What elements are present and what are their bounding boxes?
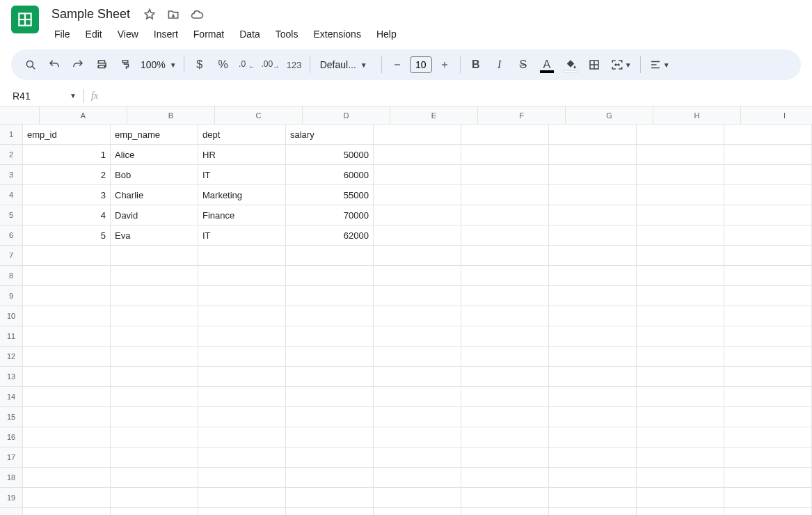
doc-title[interactable]: Sample Sheet <box>47 6 134 23</box>
paint-format-icon[interactable] <box>114 54 136 76</box>
cell-E13[interactable] <box>374 367 461 387</box>
cell-I1[interactable] <box>724 125 812 145</box>
column-header-G[interactable]: G <box>566 106 653 125</box>
cell-B17[interactable] <box>111 447 198 468</box>
column-header-C[interactable]: C <box>215 106 303 125</box>
cell-H8[interactable] <box>637 266 724 286</box>
cell-D10[interactable] <box>286 306 374 326</box>
cell-D19[interactable] <box>286 488 374 508</box>
fill-color-icon[interactable] <box>559 54 582 76</box>
cell-C13[interactable] <box>198 367 286 387</box>
cell-G7[interactable] <box>549 246 637 266</box>
cell-I17[interactable] <box>724 447 812 468</box>
row-header-15[interactable]: 15 <box>0 407 23 427</box>
row-header-12[interactable]: 12 <box>0 347 23 367</box>
cell-A4[interactable]: 3 <box>23 185 111 205</box>
cell-A15[interactable] <box>23 407 111 427</box>
cell-A2[interactable]: 1 <box>23 145 111 165</box>
cell-A7[interactable] <box>23 246 111 266</box>
row-header-3[interactable]: 3 <box>0 165 23 185</box>
cell-I12[interactable] <box>724 347 812 367</box>
menu-data[interactable]: Data <box>232 26 267 42</box>
sheets-logo[interactable] <box>11 6 39 33</box>
cell-H19[interactable] <box>637 488 724 508</box>
cell-C14[interactable] <box>198 387 286 407</box>
row-header-18[interactable]: 18 <box>0 468 23 488</box>
cell-F2[interactable] <box>461 145 549 165</box>
cell-B6[interactable]: Eva <box>111 225 198 246</box>
cell-H3[interactable] <box>637 165 724 185</box>
cell-E1[interactable] <box>374 125 461 145</box>
row-header-6[interactable]: 6 <box>0 225 23 246</box>
cell-F17[interactable] <box>461 447 549 468</box>
cell-E18[interactable] <box>374 468 461 488</box>
cell-G13[interactable] <box>549 367 637 387</box>
cell-G9[interactable] <box>549 286 637 306</box>
cell-A14[interactable] <box>23 387 111 407</box>
increase-font-size-icon[interactable] <box>433 54 456 76</box>
cell-G17[interactable] <box>549 447 637 468</box>
row-header-1[interactable]: 1 <box>0 125 23 145</box>
cell-C18[interactable] <box>198 468 286 488</box>
cell-E19[interactable] <box>374 488 461 508</box>
strikethrough-icon[interactable]: S <box>512 54 534 76</box>
cell-E12[interactable] <box>374 347 461 367</box>
column-header-A[interactable]: A <box>40 106 127 125</box>
undo-icon[interactable] <box>43 54 65 76</box>
select-all-corner[interactable] <box>0 106 40 125</box>
cell-B16[interactable] <box>111 427 198 447</box>
cell-I2[interactable] <box>724 145 812 165</box>
cell-H6[interactable] <box>637 225 724 246</box>
cell-G4[interactable] <box>549 185 637 205</box>
column-header-E[interactable]: E <box>390 106 478 125</box>
italic-icon[interactable]: I <box>488 54 511 76</box>
cell-E2[interactable] <box>374 145 461 165</box>
menu-help[interactable]: Help <box>369 26 404 42</box>
cell-G6[interactable] <box>549 225 637 246</box>
column-header-B[interactable]: B <box>127 106 215 125</box>
cell-E16[interactable] <box>374 427 461 447</box>
cell-F4[interactable] <box>461 185 549 205</box>
cell-H9[interactable] <box>637 286 724 306</box>
menu-format[interactable]: Format <box>186 26 231 42</box>
cell-D11[interactable] <box>286 326 374 347</box>
move-icon[interactable] <box>166 8 180 22</box>
cell-I9[interactable] <box>724 286 812 306</box>
cell-B3[interactable]: Bob <box>111 165 198 185</box>
cell-E5[interactable] <box>374 205 461 225</box>
cell-I13[interactable] <box>724 367 812 387</box>
cell-E11[interactable] <box>374 326 461 347</box>
cell-C2[interactable]: HR <box>198 145 286 165</box>
print-icon[interactable] <box>90 54 113 76</box>
cell-E6[interactable] <box>374 225 461 246</box>
cell-B8[interactable] <box>111 266 198 286</box>
cell-H13[interactable] <box>637 367 724 387</box>
row-header-11[interactable]: 11 <box>0 326 23 347</box>
cell-F18[interactable] <box>461 468 549 488</box>
cell-D15[interactable] <box>286 407 374 427</box>
cell-B15[interactable] <box>111 407 198 427</box>
redo-icon[interactable] <box>67 54 89 76</box>
cell-H11[interactable] <box>637 326 724 347</box>
cell-E8[interactable] <box>374 266 461 286</box>
cell-F20[interactable] <box>461 508 549 515</box>
horizontal-align-icon[interactable]: ▼ <box>645 54 674 76</box>
cell-H14[interactable] <box>637 387 724 407</box>
column-header-I[interactable]: I <box>741 106 812 125</box>
cell-F10[interactable] <box>461 306 549 326</box>
menu-view[interactable]: View <box>111 26 145 42</box>
column-header-D[interactable]: D <box>303 106 390 125</box>
cell-I14[interactable] <box>724 387 812 407</box>
cell-D5[interactable]: 70000 <box>286 205 374 225</box>
cell-E15[interactable] <box>374 407 461 427</box>
cell-A9[interactable] <box>23 286 111 306</box>
column-header-F[interactable]: F <box>478 106 566 125</box>
cell-A19[interactable] <box>23 488 111 508</box>
currency-icon[interactable]: $ <box>189 54 211 76</box>
cell-F9[interactable] <box>461 286 549 306</box>
cell-I6[interactable] <box>724 225 812 246</box>
cell-B4[interactable]: Charlie <box>111 185 198 205</box>
row-header-13[interactable]: 13 <box>0 367 23 387</box>
cell-I3[interactable] <box>724 165 812 185</box>
cell-C11[interactable] <box>198 326 286 347</box>
